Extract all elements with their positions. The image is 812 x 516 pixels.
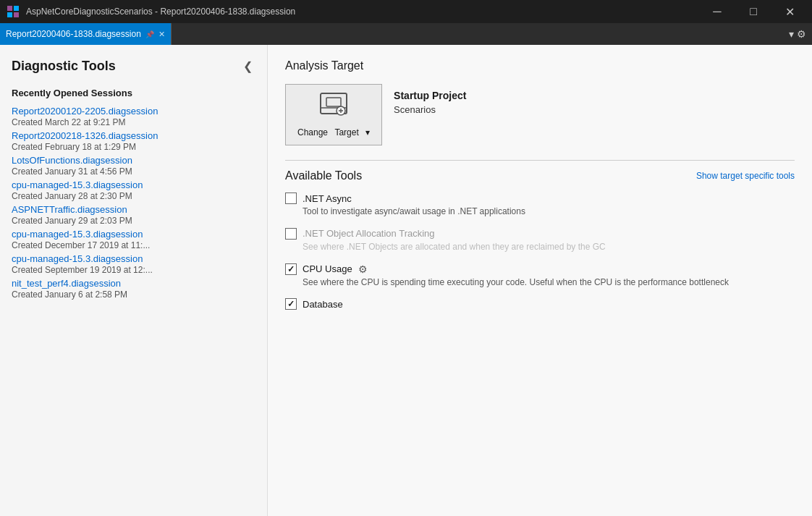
svg-rect-6 bbox=[326, 98, 341, 106]
list-item: LotsOfFunctions.diagsession Created Janu… bbox=[0, 153, 267, 178]
app-logo bbox=[6, 4, 20, 19]
tool-item: Database bbox=[285, 298, 795, 310]
list-item: cpu-managed-15.3.diagsession Created Sep… bbox=[0, 252, 267, 276]
available-tools-title: Available Tools bbox=[285, 169, 362, 182]
list-item: Report20200120-2205.diagsession Created … bbox=[0, 104, 267, 129]
tab-bar: Report20200406-1838.diagsession 📌 ✕ ▾ ⚙ bbox=[0, 23, 812, 45]
tool-name: CPU Usage bbox=[303, 263, 352, 274]
show-target-specific-tools-link[interactable]: Show target specific tools bbox=[696, 171, 795, 181]
close-button[interactable]: ✕ bbox=[773, 0, 806, 23]
sidebar-collapse-button[interactable]: ❮ bbox=[240, 56, 255, 76]
content-inner: Analysis Target Change bbox=[268, 45, 812, 516]
main-layout: Diagnostic Tools ❮ Recently Opened Sessi… bbox=[0, 45, 812, 516]
list-item: Report20200218-1326.diagsession Created … bbox=[0, 129, 267, 153]
list-item: cpu-managed-15.3.diagsession Created Dec… bbox=[0, 227, 267, 252]
tool-checkbox[interactable] bbox=[285, 228, 297, 240]
tool-item: .NET Object Allocation Tracking See wher… bbox=[285, 228, 795, 253]
tool-item: CPU Usage ⚙ See where the CPU is spendin… bbox=[285, 263, 795, 289]
session-date: Created January 6 at 2:58 PM bbox=[12, 289, 255, 300]
tool-checkbox[interactable] bbox=[285, 298, 297, 310]
analysis-target-title: Analysis Target bbox=[285, 59, 795, 72]
tool-row: .NET Async bbox=[285, 193, 795, 204]
window-title: AspNetCoreDiagnosticScenarios - Report20… bbox=[26, 7, 695, 17]
session-date: Created January 28 at 2:30 PM bbox=[12, 191, 255, 201]
session-date: Created December 17 2019 at 11:... bbox=[12, 240, 255, 250]
tool-description: See where .NET Objects are allocated and… bbox=[303, 241, 795, 253]
tool-item: .NET Async Tool to investigate async/awa… bbox=[285, 193, 795, 218]
content-panel: Analysis Target Change bbox=[268, 45, 812, 516]
session-link[interactable]: nit_test_perf4.diagsession bbox=[12, 278, 255, 289]
maximize-button[interactable]: □ bbox=[737, 0, 770, 23]
svg-rect-3 bbox=[14, 12, 19, 17]
tab-dropdown-button[interactable]: ▾ bbox=[789, 28, 794, 40]
session-link[interactable]: Report20200218-1326.diagsession bbox=[12, 130, 255, 141]
list-item: nit_test_perf4.diagsession Created Janua… bbox=[0, 276, 267, 301]
startup-project-label: Startup Project bbox=[394, 90, 466, 101]
tool-row: .NET Object Allocation Tracking bbox=[285, 228, 795, 240]
session-link[interactable]: ASPNETTraffic.diagsession bbox=[12, 204, 255, 215]
tool-checkbox[interactable] bbox=[285, 193, 297, 204]
session-link[interactable]: LotsOfFunctions.diagsession bbox=[12, 155, 255, 166]
session-date: Created January 29 at 2:03 PM bbox=[12, 216, 255, 226]
recently-opened-title: Recently Opened Sessions bbox=[0, 82, 267, 101]
tools-list: .NET Async Tool to investigate async/awa… bbox=[285, 193, 795, 310]
svg-rect-2 bbox=[7, 12, 12, 17]
session-link[interactable]: Report20200120-2205.diagsession bbox=[12, 106, 255, 117]
session-link[interactable]: cpu-managed-15.3.diagsession bbox=[12, 179, 255, 190]
session-link[interactable]: cpu-managed-15.3.diagsession bbox=[12, 253, 255, 264]
target-info: Startup Project Scenarios bbox=[394, 84, 466, 115]
tool-description: See where the CPU is spending time execu… bbox=[303, 276, 795, 289]
tool-gear-icon[interactable]: ⚙ bbox=[358, 263, 368, 275]
change-target-icon bbox=[319, 92, 348, 123]
svg-rect-0 bbox=[7, 6, 12, 11]
tool-name: .NET Async bbox=[303, 193, 352, 204]
minimize-button[interactable]: ─ bbox=[701, 0, 734, 23]
tab-bar-actions: ▾ ⚙ bbox=[783, 23, 812, 45]
tool-checkbox[interactable] bbox=[285, 263, 297, 275]
section-divider bbox=[285, 160, 795, 161]
session-date: Created January 31 at 4:56 PM bbox=[12, 166, 255, 177]
tool-name: .NET Object Allocation Tracking bbox=[303, 228, 435, 239]
change-target-button[interactable]: Change Target ▾ bbox=[285, 84, 382, 145]
svg-rect-1 bbox=[14, 6, 19, 11]
session-date: Created September 19 2019 at 12:... bbox=[12, 265, 255, 275]
list-item: ASPNETTraffic.diagsession Created Januar… bbox=[0, 203, 267, 227]
tool-row: CPU Usage ⚙ bbox=[285, 263, 795, 275]
active-tab[interactable]: Report20200406-1838.diagsession 📌 ✕ bbox=[0, 23, 172, 45]
pin-icon: 📌 bbox=[145, 30, 154, 38]
sidebar: Diagnostic Tools ❮ Recently Opened Sessi… bbox=[0, 45, 268, 516]
list-item: cpu-managed-15.3.diagsession Created Jan… bbox=[0, 178, 267, 203]
window-controls: ─ □ ✕ bbox=[701, 0, 806, 23]
startup-project-value: Scenarios bbox=[394, 104, 466, 115]
tool-row: Database bbox=[285, 298, 795, 310]
tool-description: Tool to investigate async/await usage in… bbox=[303, 206, 795, 218]
sidebar-title: Diagnostic Tools bbox=[12, 59, 116, 74]
change-target-label: Change Target ▾ bbox=[297, 127, 370, 138]
session-link[interactable]: cpu-managed-15.3.diagsession bbox=[12, 229, 255, 240]
tool-name: Database bbox=[303, 299, 343, 310]
settings-icon[interactable]: ⚙ bbox=[797, 28, 806, 40]
session-date: Created February 18 at 1:29 PM bbox=[12, 142, 255, 152]
tools-header: Available Tools Show target specific too… bbox=[285, 169, 795, 182]
analysis-target-section: Change Target ▾ Startup Project Scenario… bbox=[285, 84, 795, 145]
tab-close-button[interactable]: ✕ bbox=[158, 30, 165, 39]
session-date: Created March 22 at 9:21 PM bbox=[12, 117, 255, 127]
sidebar-header: Diagnostic Tools ❮ bbox=[0, 45, 267, 82]
session-list: Report20200120-2205.diagsession Created … bbox=[0, 101, 267, 516]
title-bar: AspNetCoreDiagnosticScenarios - Report20… bbox=[0, 0, 812, 23]
tab-label: Report20200406-1838.diagsession bbox=[6, 29, 141, 39]
